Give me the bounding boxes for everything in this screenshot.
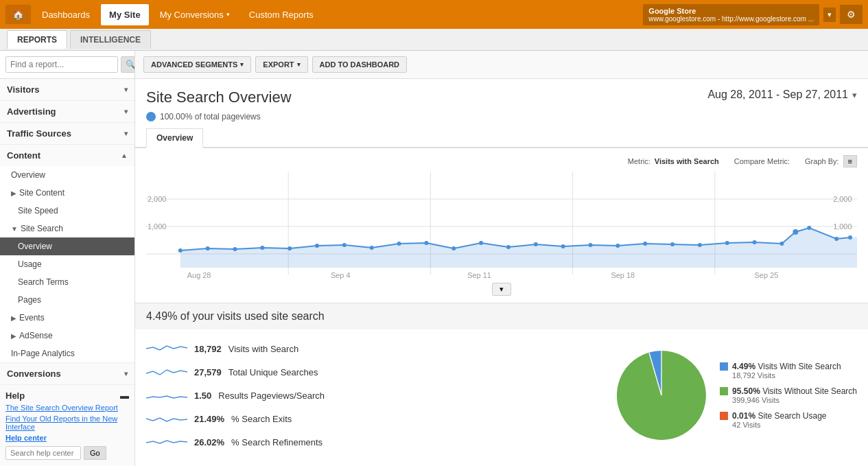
home-button[interactable]: 🏠 bbox=[5, 5, 31, 24]
chart-scroll-button[interactable]: ▾ bbox=[492, 283, 511, 296]
pie-legend: 4.49% Visits With Site Search 18,792 Vis… bbox=[720, 362, 857, 429]
stat-item-visits-with-search: 18,792 Visits with Search bbox=[146, 340, 603, 357]
myconversions-arrow-icon: ▾ bbox=[226, 11, 230, 18]
sidebar-item-sitecontent[interactable]: ▶ Site Content bbox=[0, 184, 134, 202]
stat-label-refinements: % Search Refinements bbox=[231, 437, 322, 447]
sparkline-results bbox=[146, 387, 187, 404]
sparkline-unique bbox=[146, 364, 187, 380]
sidebar-section-header-content[interactable]: Content ▲ bbox=[0, 145, 134, 166]
svg-point-38 bbox=[807, 226, 811, 230]
sidebar-item-sitesearch-terms[interactable]: Search Terms bbox=[0, 273, 134, 291]
legend-pct-green: 95.50% bbox=[732, 386, 760, 396]
svg-point-29 bbox=[589, 243, 593, 247]
svg-text:1,000: 1,000 bbox=[148, 222, 166, 231]
stat-value-results: 1.50 bbox=[194, 391, 211, 401]
sidebar-section-header-conversions[interactable]: Conversions ▾ bbox=[0, 363, 134, 384]
events-expand-icon: ▶ bbox=[11, 314, 16, 322]
svg-text:Sep 11: Sep 11 bbox=[467, 271, 491, 279]
stat-item-refinements: 26.02% % Search Refinements bbox=[146, 434, 603, 450]
sidebar-help-section: Help ▬ The Site Search Overview Report F… bbox=[0, 385, 134, 465]
nav-item-customreports[interactable]: Custom Reports bbox=[241, 4, 322, 25]
sidebar-section-content: Content ▲ Overview ▶ Site Content Site S… bbox=[0, 145, 134, 363]
sitesearch-expand-icon: ▼ bbox=[11, 225, 18, 233]
svg-point-19 bbox=[315, 244, 319, 248]
svg-point-39 bbox=[834, 237, 838, 241]
legend-item-usage: 0.01% Site Search Usage 42 Visits bbox=[720, 411, 857, 429]
tab-reports[interactable]: REPORTS bbox=[7, 30, 67, 49]
svg-point-15 bbox=[206, 246, 210, 251]
help-link-2[interactable]: Find Your Old Reports in the New Interfa… bbox=[5, 415, 129, 431]
report-search-button[interactable]: 🔍 bbox=[121, 56, 135, 73]
sidebar-section-header-visitors[interactable]: Visitors ▾ bbox=[0, 79, 134, 100]
add-to-dashboard-button[interactable]: ADD TO DASHBOARD bbox=[312, 56, 408, 73]
graph-by-label: Graph By: bbox=[805, 157, 839, 165]
svg-point-27 bbox=[534, 242, 538, 246]
stats-content: 18,792 Visits with Search 27,579 Total U… bbox=[135, 329, 868, 461]
help-search-button[interactable]: Go bbox=[84, 446, 106, 460]
sidebar-item-sitesearch-overview[interactable]: Overview bbox=[0, 237, 134, 255]
svg-text:Sep 18: Sep 18 bbox=[611, 271, 635, 279]
account-selector[interactable]: Google Store www.googlestore.com - http:… bbox=[643, 4, 819, 25]
chart-controls: Metric: Visits with Search Compare Metri… bbox=[146, 155, 857, 167]
metric-label: Metric: bbox=[628, 157, 650, 165]
nav-item-myconversions[interactable]: My Conversions ▾ bbox=[152, 4, 238, 25]
sub-navigation: REPORTS INTELLIGENCE bbox=[0, 29, 868, 51]
date-range-selector[interactable]: Aug 28, 2011 - Sep 27, 2011 ▾ bbox=[707, 89, 857, 101]
advanced-segments-button[interactable]: ADVANCED SEGMENTS ▾ bbox=[143, 56, 251, 73]
sidebar-section-conversions: Conversions ▾ bbox=[0, 363, 134, 385]
tab-overview[interactable]: Overview bbox=[146, 128, 203, 148]
date-range-text: Aug 28, 2011 - Sep 27, 2011 bbox=[707, 89, 848, 101]
chart-svg: 2,000 1,000 Aug 28 Sep 4 Sep 11 Sep 18 S… bbox=[146, 172, 857, 281]
sidebar-item-sitesearch-usage[interactable]: Usage bbox=[0, 255, 134, 273]
sidebar-section-header-trafficsources[interactable]: Traffic Sources ▾ bbox=[0, 123, 134, 144]
legend-sub-green: 399,946 Visits bbox=[732, 396, 857, 404]
legend-pct-red: 0.01% bbox=[732, 411, 755, 421]
line-chart: 2,000 1,000 Aug 28 Sep 4 Sep 11 Sep 18 S… bbox=[146, 172, 857, 281]
chart-area: Metric: Visits with Search Compare Metri… bbox=[135, 148, 868, 303]
account-dropdown-button[interactable]: ▾ bbox=[823, 8, 836, 22]
help-collapse-icon[interactable]: ▬ bbox=[120, 391, 129, 401]
sidebar-item-sitesearch-pages[interactable]: Pages bbox=[0, 291, 134, 309]
help-center-link[interactable]: Help center bbox=[5, 434, 129, 442]
svg-point-26 bbox=[506, 245, 511, 249]
legend-color-red bbox=[720, 412, 728, 420]
svg-point-40 bbox=[848, 235, 852, 240]
report-search-input[interactable] bbox=[5, 56, 118, 73]
help-link-1[interactable]: The Site Search Overview Report bbox=[5, 404, 129, 412]
conversions-collapse-icon: ▾ bbox=[124, 370, 128, 377]
svg-text:Aug 28: Aug 28 bbox=[187, 271, 211, 279]
svg-text:Sep 4: Sep 4 bbox=[331, 271, 351, 279]
sidebar-item-adsense[interactable]: ▶ AdSense bbox=[0, 327, 134, 345]
nav-item-dashboards[interactable]: Dashboards bbox=[34, 4, 98, 25]
sidebar-help-header: Help ▬ bbox=[5, 391, 129, 401]
nav-item-mysite[interactable]: My Site bbox=[101, 4, 149, 25]
sidebar-item-events[interactable]: ▶ Events bbox=[0, 309, 134, 327]
advertising-collapse-icon: ▾ bbox=[124, 108, 128, 115]
calendar-dropdown-icon: ▾ bbox=[852, 90, 857, 100]
pageviews-text: 100.00% of total pageviews bbox=[160, 112, 261, 121]
legend-sub-blue: 18,792 Visits bbox=[732, 371, 841, 380]
account-name: Google Store bbox=[648, 7, 814, 15]
svg-point-32 bbox=[670, 242, 675, 246]
legend-pct-blue: 4.49% bbox=[732, 362, 755, 371]
stats-header: 4.49% of your visits used site search bbox=[135, 303, 868, 329]
help-search-input[interactable] bbox=[5, 446, 81, 460]
sidebar-item-sitesearch[interactable]: ▼ Site Search bbox=[0, 220, 134, 237]
legend-label-blue: Visits With Site Search bbox=[758, 362, 841, 371]
main-content: ADVANCED SEGMENTS ▾ EXPORT ▾ ADD TO DASH… bbox=[135, 51, 868, 466]
graph-by-table-button[interactable]: ≡ bbox=[843, 155, 857, 167]
svg-point-25 bbox=[479, 241, 483, 245]
sidebar-item-sitespeed[interactable]: Site Speed bbox=[0, 202, 134, 220]
export-button[interactable]: EXPORT ▾ bbox=[255, 56, 307, 73]
sparkline-exits bbox=[146, 410, 187, 427]
metric-value: Visits with Search bbox=[655, 157, 719, 165]
stat-item-results-pageviews: 1.50 Results Pageviews/Search bbox=[146, 387, 603, 404]
tab-intelligence[interactable]: INTELLIGENCE bbox=[70, 30, 151, 49]
sidebar-section-header-advertising[interactable]: Advertising ▾ bbox=[0, 101, 134, 122]
legend-item-site-search: 4.49% Visits With Site Search 18,792 Vis… bbox=[720, 362, 857, 380]
sidebar-item-inpage[interactable]: In-Page Analytics bbox=[0, 345, 134, 362]
settings-gear-button[interactable]: ⚙ bbox=[840, 5, 863, 24]
pageviews-note: 100.00% of total pageviews bbox=[135, 110, 868, 128]
advanced-segments-arrow-icon: ▾ bbox=[240, 61, 244, 68]
sidebar-item-overview[interactable]: Overview bbox=[0, 166, 134, 184]
